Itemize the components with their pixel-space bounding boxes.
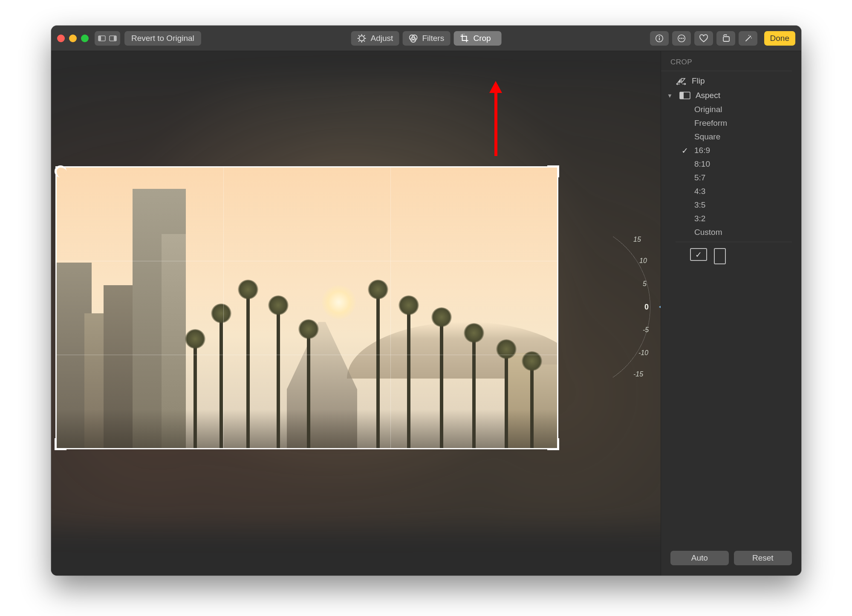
rotate-icon [721, 34, 731, 43]
dial-tick: 5 [643, 280, 647, 288]
sidebar-view-segmented[interactable] [95, 31, 120, 46]
window-controls [57, 35, 89, 42]
aspect-item-16-9[interactable]: ✓16:9 [694, 145, 801, 156]
aspect-item-3-5[interactable]: 3:5 [694, 199, 801, 211]
svg-point-26 [751, 38, 752, 38]
info-button[interactable] [650, 31, 669, 46]
sidebar-title: CROP [661, 51, 792, 71]
filters-icon [408, 34, 418, 43]
aspect-label: Aspect [696, 91, 720, 100]
svg-rect-3 [114, 36, 116, 41]
toolbar-right: Done [650, 31, 795, 46]
dial-pointer-icon [659, 304, 661, 310]
disclosure-triangle-icon[interactable]: ▼ [667, 93, 673, 99]
svg-point-4 [359, 36, 364, 41]
dial-tick: 10 [639, 257, 647, 265]
aspect-item-square[interactable]: Square [694, 131, 801, 143]
svg-point-21 [681, 38, 682, 39]
svg-line-11 [358, 40, 359, 41]
checkmark-icon: ✓ [695, 250, 702, 260]
rotation-dial[interactable]: 15 10 5 0 -5 -10 -15 [616, 230, 661, 384]
tab-adjust-label: Adjust [371, 34, 393, 43]
minimize-window-button[interactable] [69, 35, 77, 42]
svg-rect-1 [98, 36, 101, 41]
more-button[interactable] [672, 31, 691, 46]
sidebar-footer: Auto Reset [661, 551, 801, 576]
fullscreen-window-button[interactable] [81, 35, 89, 42]
annotation-arrow [489, 81, 502, 158]
aspect-option[interactable]: ▼ Aspect [661, 88, 801, 103]
aspect-item-8-10[interactable]: 8:10 [694, 158, 801, 170]
close-window-button[interactable] [57, 35, 65, 42]
revert-button[interactable]: Revert to Original [124, 31, 201, 46]
tab-adjust[interactable]: Adjust [351, 31, 399, 46]
photo-preview [55, 166, 558, 449]
dial-tick: 15 [633, 236, 641, 243]
heart-icon [699, 34, 708, 43]
orientation-toggle: ✓ [661, 248, 801, 264]
info-icon [655, 34, 664, 43]
dial-tick: -5 [643, 326, 649, 334]
svg-point-20 [679, 38, 680, 39]
aspect-item-custom[interactable]: Custom [694, 226, 801, 238]
flip-option[interactable]: Flip [661, 74, 801, 88]
auto-label: Auto [691, 553, 708, 563]
dial-ticks: 15 10 5 0 -5 -10 -15 [616, 230, 661, 384]
aspect-list: Original Freeform Square ✓16:9 8:10 5:7 … [661, 104, 801, 238]
rotate-button[interactable] [716, 31, 735, 46]
tab-filters[interactable]: Filters [402, 31, 450, 46]
checkmark-icon: ✓ [682, 146, 688, 156]
sidebar-hide-icon[interactable] [96, 33, 107, 44]
svg-line-9 [358, 35, 359, 36]
reset-label: Reset [752, 553, 774, 563]
dial-tick: -10 [638, 349, 648, 357]
svg-point-17 [658, 36, 660, 37]
svg-point-22 [682, 38, 684, 39]
done-button[interactable]: Done [764, 31, 795, 46]
ellipsis-icon [677, 34, 686, 43]
orientation-portrait[interactable] [714, 248, 726, 264]
tab-filters-label: Filters [422, 34, 444, 43]
flip-icon [676, 77, 687, 85]
aspect-item-5-7[interactable]: 5:7 [694, 172, 801, 184]
adjust-icon [357, 34, 367, 43]
auto-enhance-button[interactable] [739, 31, 757, 46]
aspect-item-original[interactable]: Original [694, 104, 801, 116]
svg-point-27 [748, 35, 749, 36]
svg-point-25 [750, 35, 751, 36]
photos-edit-window: Revert to Original Adjust Filters [51, 26, 801, 576]
svg-rect-31 [680, 92, 684, 99]
tab-crop[interactable]: Crop [453, 31, 501, 46]
svg-line-24 [746, 37, 750, 41]
aspect-item-4-3[interactable]: 4:3 [694, 185, 801, 197]
crop-frame[interactable] [55, 166, 558, 449]
revert-label: Revert to Original [131, 34, 194, 43]
svg-line-10 [364, 40, 365, 41]
svg-rect-23 [723, 37, 729, 41]
orientation-landscape[interactable]: ✓ [690, 248, 707, 261]
dial-tick-zero: 0 [644, 303, 649, 312]
reset-button[interactable]: Reset [734, 551, 792, 565]
crop-sidebar: CROP Flip ▼ Aspect Original Free [661, 51, 801, 576]
tab-crop-label: Crop [473, 34, 491, 43]
toolbar: Revert to Original Adjust Filters [51, 26, 801, 51]
done-label: Done [770, 34, 789, 43]
svg-rect-18 [659, 38, 660, 40]
favorite-button[interactable] [694, 31, 713, 46]
flip-label: Flip [692, 76, 705, 86]
sidebar-show-icon[interactable] [107, 33, 118, 44]
aspect-item-3-2[interactable]: 3:2 [694, 213, 801, 225]
aspect-item-freeform[interactable]: Freeform [694, 117, 801, 129]
sidebar-separator [676, 242, 792, 242]
canvas[interactable]: 15 10 5 0 -5 -10 -15 [51, 51, 661, 576]
aspect-icon [679, 92, 690, 99]
edit-mode-tabs: Adjust Filters Crop [351, 31, 502, 46]
magic-wand-icon [743, 34, 753, 43]
crop-icon [459, 34, 469, 43]
svg-line-12 [364, 35, 365, 36]
dial-tick: -15 [633, 370, 643, 378]
auto-button[interactable]: Auto [670, 551, 729, 565]
